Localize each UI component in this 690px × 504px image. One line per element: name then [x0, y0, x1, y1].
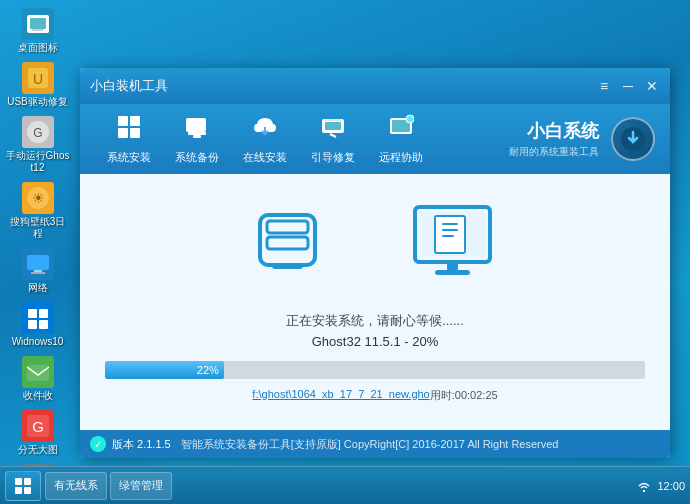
- progress-info-row: f:\ghost\1064_xb_17_7_21_new.gho 用时:00:0…: [237, 388, 512, 403]
- brand-logo: 小白系统 耐用的系统重装工具: [509, 117, 655, 161]
- tab-remote-assist[interactable]: 远程协助: [367, 106, 435, 173]
- brand-area: 小白系统 耐用的系统重装工具: [509, 117, 655, 161]
- desktop-icon-label: 桌面图标: [18, 42, 58, 54]
- brand-slogan: 耐用的系统重装工具: [509, 145, 599, 159]
- svg-rect-54: [15, 478, 22, 485]
- tab-icon-online: [252, 114, 278, 146]
- svg-rect-55: [24, 478, 31, 485]
- svg-line-40: [330, 134, 336, 137]
- taskbar-items: 有无线系 绿管管理: [45, 472, 636, 500]
- tab-label-repair: 引导修复: [311, 150, 355, 165]
- status-area: 正在安装系统，请耐心等候...... Ghost32 11.5.1 - 20%: [286, 312, 464, 349]
- tab-system-backup[interactable]: 系统备份: [163, 106, 231, 173]
- desktop-icon-usb[interactable]: U USB驱动修复: [4, 59, 72, 111]
- tab-icon-repair: [320, 114, 346, 146]
- svg-rect-57: [24, 487, 31, 494]
- install-icons-row: [250, 202, 500, 287]
- svg-rect-35: [188, 132, 206, 135]
- tab-label-backup: 系统备份: [175, 150, 219, 165]
- svg-rect-36: [193, 135, 201, 138]
- taskbar: 有无线系 绿管管理 12:00: [0, 466, 690, 504]
- tab-online-install[interactable]: 在线安装: [231, 106, 299, 173]
- svg-rect-13: [39, 309, 48, 318]
- svg-rect-16: [27, 365, 49, 381]
- svg-text:G: G: [33, 126, 42, 140]
- tab-icon-remote: [388, 114, 414, 146]
- nav-tabs: 系统安装 系统备份 在线安装: [95, 106, 499, 173]
- svg-rect-31: [130, 116, 140, 126]
- desktop-icon-label: 搜狗壁纸3日程: [6, 216, 70, 240]
- desktop-icon-network[interactable]: 网络: [4, 245, 72, 297]
- start-button[interactable]: [5, 471, 41, 501]
- svg-rect-53: [435, 270, 470, 275]
- desktop-icon-label: Widnows10: [12, 336, 64, 348]
- app-window: 小白装机工具 ≡ ─ ✕ 系统安装: [80, 68, 670, 458]
- app-content: 正在安装系统，请耐心等候...... Ghost32 11.5.1 - 20% …: [80, 174, 670, 430]
- brand-icon: [611, 117, 655, 161]
- svg-rect-15: [39, 320, 48, 329]
- title-bar: 小白装机工具 ≡ ─ ✕: [80, 68, 670, 104]
- desktop-icon-label: 手动运行Ghost12: [6, 150, 70, 174]
- desktop-icon-recvbox[interactable]: 收件收: [4, 353, 72, 405]
- desktop-icon-label: USB驱动修复: [7, 96, 68, 108]
- status-text: 正在安装系统，请耐心等候......: [286, 312, 464, 330]
- svg-rect-1: [30, 18, 46, 29]
- svg-text:G: G: [32, 418, 44, 435]
- file-path[interactable]: f:\ghost\1064_xb_17_7_21_new.gho: [252, 388, 429, 403]
- desktop-icon-ghost[interactable]: G 手动运行Ghost12: [4, 113, 72, 177]
- progress-container: 22%: [90, 361, 660, 379]
- tab-icon-backup: [184, 114, 210, 146]
- svg-rect-14: [28, 320, 37, 329]
- svg-rect-9: [27, 255, 49, 270]
- tab-system-install[interactable]: 系统安装: [95, 106, 163, 173]
- tab-icon-install: [116, 114, 142, 146]
- title-bar-controls: ≡ ─ ✕: [596, 78, 660, 94]
- close-button[interactable]: ✕: [644, 78, 660, 94]
- taskbar-item-0[interactable]: 有无线系: [45, 472, 107, 500]
- taskbar-item-label-0: 有无线系: [54, 478, 98, 493]
- taskbar-right: 12:00: [636, 478, 685, 494]
- brand-name: 小白系统: [509, 119, 599, 143]
- progress-bar-fill: 22%: [105, 361, 224, 379]
- svg-rect-11: [31, 272, 45, 274]
- svg-rect-48: [272, 263, 303, 269]
- ghost-version: Ghost32 11.5.1 - 20%: [286, 334, 464, 349]
- svg-point-43: [406, 115, 414, 123]
- desktop-icon-label: 分无大图: [18, 444, 58, 456]
- svg-rect-47: [267, 237, 308, 249]
- svg-rect-33: [130, 128, 140, 138]
- progress-percent: 22%: [197, 364, 219, 376]
- wifi-icon: [636, 478, 652, 494]
- tab-label-install: 系统安装: [107, 150, 151, 165]
- tab-label-remote: 远程协助: [379, 150, 423, 165]
- svg-rect-34: [186, 118, 206, 132]
- footer-version: 版本 2.1.1.5: [112, 437, 171, 452]
- tab-label-online: 在线安装: [243, 150, 287, 165]
- desktop-icon-recycle[interactable]: 桌面图标: [4, 5, 72, 57]
- desktop-icon-bigfish[interactable]: G 分无大图: [4, 407, 72, 459]
- svg-rect-38: [325, 122, 341, 130]
- svg-text:U: U: [32, 71, 42, 87]
- tab-boot-repair[interactable]: 引导修复: [299, 106, 367, 173]
- pc-icon: [405, 202, 500, 287]
- window-title: 小白装机工具: [90, 77, 596, 95]
- svg-rect-51: [435, 216, 465, 253]
- progress-bar-bg: 22%: [105, 361, 645, 379]
- desktop: 桌面图标 U USB驱动修复 G 手动运行Ghost12 ☀ 搜狗壁纸3日程: [0, 0, 690, 504]
- app-header: 系统安装 系统备份 在线安装: [80, 104, 670, 174]
- desktop-icon-windows[interactable]: Widnows10: [4, 299, 72, 351]
- svg-rect-12: [28, 309, 37, 318]
- desktop-icon-tools[interactable]: ☀ 搜狗壁纸3日程: [4, 179, 72, 243]
- desktop-icons: 桌面图标 U USB驱动修复 G 手动运行Ghost12 ☀ 搜狗壁纸3日程: [0, 0, 75, 504]
- menu-button[interactable]: ≡: [596, 78, 612, 94]
- svg-rect-46: [267, 221, 308, 233]
- footer-check-icon: ✓: [90, 436, 106, 452]
- desktop-icon-label: 网络: [28, 282, 48, 294]
- taskbar-item-1[interactable]: 绿管管理: [110, 472, 172, 500]
- desktop-icon-label: 收件收: [23, 390, 53, 402]
- taskbar-clock: 12:00: [657, 480, 685, 492]
- app-footer: ✓ 版本 2.1.1.5 智能系统安装备份工具[支持原版] CopyRight[…: [80, 430, 670, 458]
- svg-rect-30: [118, 116, 128, 126]
- minimize-button[interactable]: ─: [620, 78, 636, 94]
- hdd-icon: [250, 207, 325, 282]
